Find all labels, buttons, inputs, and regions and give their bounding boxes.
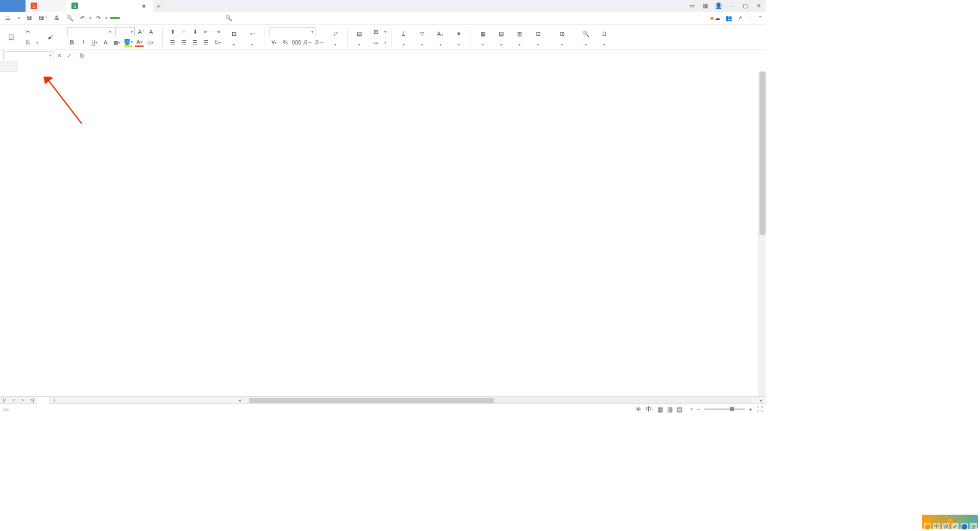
add-sheet-button[interactable]: + xyxy=(50,397,59,404)
clear-format-button[interactable]: ◇▾ xyxy=(146,38,155,47)
tab-efficiency[interactable] xyxy=(208,17,212,19)
tab-home[interactable] xyxy=(0,0,26,12)
number-format-select[interactable]: ▾ xyxy=(270,27,315,36)
tab-insert[interactable] xyxy=(127,17,131,19)
indent-inc[interactable]: ⇥ xyxy=(213,27,222,36)
redo-dropdown[interactable]: ▾ xyxy=(105,16,107,20)
type-convert[interactable]: ⇄ ▾ xyxy=(327,27,344,47)
undo-dropdown[interactable]: ▾ xyxy=(89,16,91,20)
tab-formula[interactable] xyxy=(147,17,151,19)
new-tab-button[interactable]: + xyxy=(153,2,164,10)
vertical-scroll-thumb[interactable] xyxy=(760,71,766,235)
fill-down[interactable]: ▼▾ xyxy=(451,27,467,47)
close-button[interactable]: ✕ xyxy=(754,2,763,10)
zoom-out[interactable]: − xyxy=(697,406,700,413)
save-as-button[interactable]: 🖫⁺ xyxy=(37,14,50,22)
view-break-icon[interactable]: ▤ xyxy=(677,406,682,413)
sort[interactable]: A↓▾ xyxy=(432,27,449,47)
view-page-icon[interactable]: ▥ xyxy=(667,406,673,413)
menu-icon[interactable]: ☰ xyxy=(3,14,12,22)
horizontal-scrollbar[interactable] xyxy=(249,398,751,403)
formula-input[interactable] xyxy=(89,52,766,59)
decrease-font[interactable]: A⁻ xyxy=(148,27,157,36)
currency-button[interactable]: ¥▾ xyxy=(270,38,279,47)
font-color-button[interactable]: A▾ xyxy=(135,38,144,47)
sheet-nav-first[interactable]: |< xyxy=(0,398,9,403)
zoom-slider[interactable] xyxy=(704,408,745,410)
copy-button[interactable]: ⎘ xyxy=(23,38,32,47)
user-avatar[interactable]: 👤 xyxy=(715,2,723,10)
zhong-icon[interactable]: 中· xyxy=(646,405,653,414)
print-button[interactable]: 🖶 xyxy=(52,14,62,22)
vertical-scrollbar[interactable] xyxy=(758,71,766,396)
underline-button[interactable]: U▾ xyxy=(90,38,99,47)
rows-cols-menu[interactable]: ▤▾ xyxy=(493,27,509,47)
tab-view[interactable] xyxy=(178,17,182,19)
save-button[interactable]: 🖫 xyxy=(24,14,34,22)
collapse-ribbon[interactable]: ⌃ xyxy=(758,15,763,21)
font-name-select[interactable]: ▾ xyxy=(67,27,113,36)
inc-decimal[interactable]: .0← xyxy=(303,38,312,47)
find-menu[interactable]: 🔍▾ xyxy=(578,27,594,47)
share-button[interactable]: ↗ xyxy=(738,15,742,21)
grid-icon[interactable]: ▦ xyxy=(701,2,709,10)
strikethrough-button[interactable]: A̶ xyxy=(101,38,110,47)
cells-menu[interactable]: ▦▾ xyxy=(475,27,491,47)
horizontal-scroll-thumb[interactable] xyxy=(249,398,494,403)
percent-button[interactable]: % xyxy=(281,38,290,47)
file-menu[interactable]: ▾ xyxy=(15,15,22,21)
spreadsheet-grid[interactable] xyxy=(0,61,766,396)
tab-data[interactable] xyxy=(157,17,161,19)
hscroll-left[interactable]: ◂ xyxy=(235,398,244,403)
bold-button[interactable]: B xyxy=(67,38,77,47)
align-justify[interactable]: ☰ xyxy=(202,38,211,47)
view-normal-icon[interactable]: ▦ xyxy=(657,406,663,413)
cond-format[interactable]: ▤ ▾ xyxy=(351,27,368,47)
cut-button[interactable]: ✂ xyxy=(23,27,32,36)
select-all-corner[interactable] xyxy=(0,61,17,71)
symbol-menu[interactable]: Ω▾ xyxy=(596,27,612,47)
tab-member[interactable] xyxy=(198,17,202,19)
align-bottom[interactable]: ⬇ xyxy=(190,27,200,36)
table-tools[interactable]: ⊞▾ xyxy=(554,27,570,47)
sheet-nav-prev[interactable]: < xyxy=(9,398,18,403)
minimize-button[interactable]: — xyxy=(728,2,736,10)
align-middle[interactable]: ≡ xyxy=(179,27,188,36)
tab-start[interactable] xyxy=(110,17,120,19)
filter[interactable]: ▽▾ xyxy=(414,27,430,47)
freeze-panes[interactable]: ⊟▾ xyxy=(530,27,546,47)
comma-button[interactable]: 000 xyxy=(292,38,301,47)
tab-file[interactable]: S xyxy=(66,0,153,12)
indent-dec[interactable]: ⇤ xyxy=(202,27,211,36)
worksheet-menu[interactable]: ▥▾ xyxy=(511,27,528,47)
redo-button[interactable]: ↷ xyxy=(94,14,103,22)
orientation[interactable]: ↻▾ xyxy=(213,38,222,47)
font-size-select[interactable]: ▾ xyxy=(115,27,135,36)
command-search[interactable]: 🔍 xyxy=(225,15,234,21)
merge-center[interactable]: ⊞ ▾ xyxy=(226,27,242,47)
hscroll-right[interactable]: ▸ xyxy=(756,398,766,403)
zoom-in[interactable]: + xyxy=(749,406,752,413)
paste-group[interactable]: 📋 xyxy=(3,30,19,44)
layout-icon[interactable]: ▭ xyxy=(688,2,696,10)
dec-decimal[interactable]: .0→ xyxy=(314,38,324,47)
print-preview-button[interactable]: 🔍 xyxy=(64,14,76,22)
border-button[interactable]: ▦▾ xyxy=(112,38,121,47)
undo-button[interactable]: ↶ xyxy=(78,14,87,22)
sheet-nav-last[interactable]: >| xyxy=(28,398,37,403)
maximize-button[interactable]: ▢ xyxy=(741,2,749,10)
align-top[interactable]: ⬆ xyxy=(168,27,177,36)
name-box[interactable]: ▾ xyxy=(3,51,54,60)
accept-icon[interactable]: ✓ xyxy=(66,52,73,59)
more-menu[interactable]: ⋮ xyxy=(747,15,753,21)
tab-template[interactable]: D xyxy=(26,0,66,12)
italic-button[interactable]: I xyxy=(79,38,88,47)
wrap-text[interactable]: ↩ ▾ xyxy=(244,27,260,47)
sheet-nav-next[interactable]: > xyxy=(18,398,28,403)
tab-review[interactable] xyxy=(167,17,172,19)
increase-font[interactable]: A⁺ xyxy=(137,27,146,36)
eye-icon[interactable]: 👁 xyxy=(635,406,642,413)
tab-developer[interactable] xyxy=(188,17,192,19)
cancel-icon[interactable]: ✕ xyxy=(56,52,63,59)
expand-icon[interactable]: ⛶ xyxy=(756,406,763,413)
